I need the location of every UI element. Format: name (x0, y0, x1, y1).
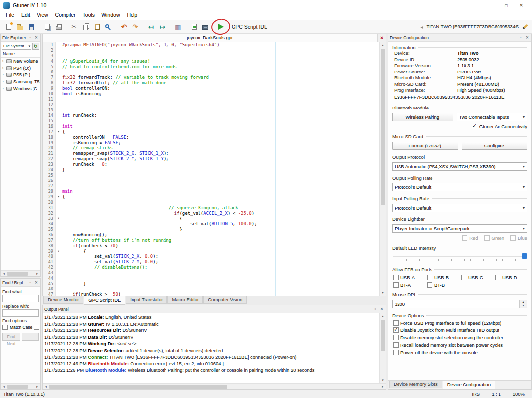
scroll-up-icon[interactable] (382, 314, 384, 319)
match-case-checkbox[interactable] (2, 325, 8, 330)
close-panel-icon[interactable] (34, 280, 39, 285)
maximize-icon[interactable] (499, 0, 514, 11)
step-back-icon[interactable] (145, 21, 157, 33)
float-panel-icon[interactable] (28, 280, 33, 285)
ide-tab-gpc-script-ide[interactable]: GPC Script IDE (84, 296, 125, 305)
device-selector[interactable]: TITAN TWO [E936FFFF7F3DBC60395334Є (420, 23, 529, 30)
ffb-usb-a-checkbox[interactable] (393, 275, 399, 280)
ide-tab-computer-vision[interactable]: Computer Vision (203, 296, 247, 304)
scroll-down-icon[interactable] (382, 290, 384, 295)
connectable-inputs-dropdown[interactable]: Two Connectable Inputs (457, 113, 528, 121)
save-file-icon[interactable] (26, 21, 37, 33)
device-prev-icon[interactable] (420, 24, 423, 30)
ffb-bt-a-checkbox[interactable] (393, 282, 399, 288)
flash-device-icon[interactable] (200, 21, 211, 33)
ide-tab-input-translator[interactable]: Input Translator (126, 296, 167, 304)
menu-item-help[interactable]: Help (123, 10, 141, 20)
ide-tab-macro-editor[interactable]: Macro Editor (167, 296, 203, 304)
paste-icon[interactable] (91, 21, 102, 33)
expand-icon[interactable] (2, 78, 5, 85)
memory-view-icon[interactable] (172, 21, 184, 33)
filesystem-dropdown[interactable]: File System (2, 43, 31, 50)
find-next-button[interactable]: Find Next (2, 333, 20, 341)
run-script-icon[interactable] (215, 21, 227, 33)
refresh-icon[interactable] (32, 43, 39, 50)
float-panel-icon[interactable] (518, 36, 523, 40)
scroll-left-icon[interactable] (1, 385, 6, 389)
step-forward-icon[interactable] (157, 21, 168, 33)
editor-vscrollbar[interactable] (379, 42, 386, 296)
dc-tab-device-configuration[interactable]: Device Configuration (443, 381, 495, 389)
float-panel-icon[interactable] (28, 36, 33, 40)
cut-icon[interactable] (68, 21, 80, 33)
input-polling-dropdown[interactable]: Protocol's Default (392, 204, 527, 212)
redo-icon[interactable] (130, 21, 141, 33)
ide-tab-device-monitor[interactable]: Device Monitor (43, 296, 83, 304)
open-file-icon[interactable] (14, 21, 26, 33)
find-extra-button[interactable] (22, 333, 39, 341)
file-tree[interactable]: New VolumePS4 (O:)PS5 (P:)Samsung_T5Wind… (1, 58, 40, 270)
gtuner-air-checkbox[interactable] (472, 124, 477, 129)
spin-down-icon[interactable] (520, 304, 527, 308)
expand-icon[interactable] (2, 58, 5, 65)
tree-item-ps4-o[interactable]: PS4 (O:) (1, 65, 40, 72)
output-vscrollbar[interactable] (379, 313, 386, 383)
output-polling-dropdown[interactable]: Protocol's Default (392, 183, 527, 191)
scroll-right-icon[interactable] (35, 272, 40, 276)
print-icon[interactable] (53, 21, 64, 33)
compile-icon[interactable] (188, 21, 200, 33)
tree-item-ps5-p[interactable]: PS5 (P:) (1, 72, 40, 78)
scroll-right-icon[interactable] (35, 385, 40, 389)
new-file-icon[interactable] (3, 21, 14, 33)
option-checkbox[interactable] (393, 320, 399, 326)
code-area[interactable]: 1#pragma METAINFO("joycon_WDarkSouls", 1… (43, 42, 379, 296)
scroll-left-icon[interactable] (43, 385, 48, 389)
led-intensity-slider[interactable] (392, 253, 527, 262)
ffb-bt-b-checkbox[interactable] (427, 282, 432, 288)
vscroll-thumb[interactable] (381, 49, 385, 205)
copy-icon[interactable] (80, 21, 91, 33)
hscroll-thumb[interactable] (7, 272, 28, 276)
configure-button[interactable]: Configure (462, 142, 528, 150)
output-protocol-dropdown[interactable]: USB Automatic (PS4,XSX,SWITCH,PS3,XB360) (392, 162, 527, 171)
perspective-label[interactable]: GPC Script IDE (232, 24, 267, 30)
find-icon[interactable] (102, 21, 114, 33)
close-document-icon[interactable] (378, 35, 386, 41)
scroll-right-icon[interactable] (380, 385, 385, 389)
scroll-up-icon[interactable] (382, 43, 384, 48)
option-checkbox[interactable] (393, 335, 399, 340)
menu-item-file[interactable]: File (2, 10, 18, 20)
output-hscrollbar[interactable] (43, 383, 386, 389)
float-panel-icon[interactable] (373, 307, 378, 311)
menu-item-view[interactable]: View (33, 10, 52, 20)
lightbar-green-checkbox[interactable] (484, 235, 490, 241)
find-what-input[interactable] (2, 295, 39, 302)
file-explorer-hscrollbar[interactable] (1, 270, 40, 276)
editor-tab[interactable]: joycon_DarkSouls.gpc (43, 34, 378, 42)
option-checkbox[interactable] (393, 327, 399, 333)
ffb-usb-d-checkbox[interactable] (495, 275, 500, 280)
find-option-2-checkbox[interactable] (34, 325, 39, 330)
menu-item-window[interactable]: Window (98, 10, 123, 20)
wireless-pairing-button[interactable]: Wireless Pairing (392, 113, 453, 121)
option-checkbox[interactable] (393, 342, 399, 348)
ffb-usb-b-checkbox[interactable] (427, 275, 432, 280)
option-checkbox[interactable] (393, 350, 399, 355)
menu-item-compiler[interactable]: Compiler (52, 10, 79, 20)
lightbar-blue-checkbox[interactable] (510, 235, 516, 241)
close-panel-icon[interactable] (525, 35, 530, 40)
scroll-down-icon[interactable] (382, 378, 384, 383)
undo-icon[interactable] (118, 21, 130, 33)
mouse-dpi-stepper[interactable]: 3200 (392, 300, 527, 308)
lightbar-dropdown[interactable]: Player Indicator or Script/Gamepack (392, 224, 527, 233)
replace-with-input[interactable] (2, 309, 39, 317)
slider-handle[interactable] (522, 253, 527, 259)
menu-item-edit[interactable]: Edit (18, 10, 33, 20)
hscroll-thumb[interactable] (7, 385, 28, 389)
save-all-icon[interactable] (41, 21, 53, 33)
close-panel-icon[interactable] (34, 35, 39, 40)
expand-icon[interactable] (2, 85, 5, 92)
expand-icon[interactable] (2, 65, 5, 72)
dc-tab-device-memory-slots[interactable]: Device Memory Slots (389, 381, 442, 388)
scroll-left-icon[interactable] (1, 272, 6, 276)
